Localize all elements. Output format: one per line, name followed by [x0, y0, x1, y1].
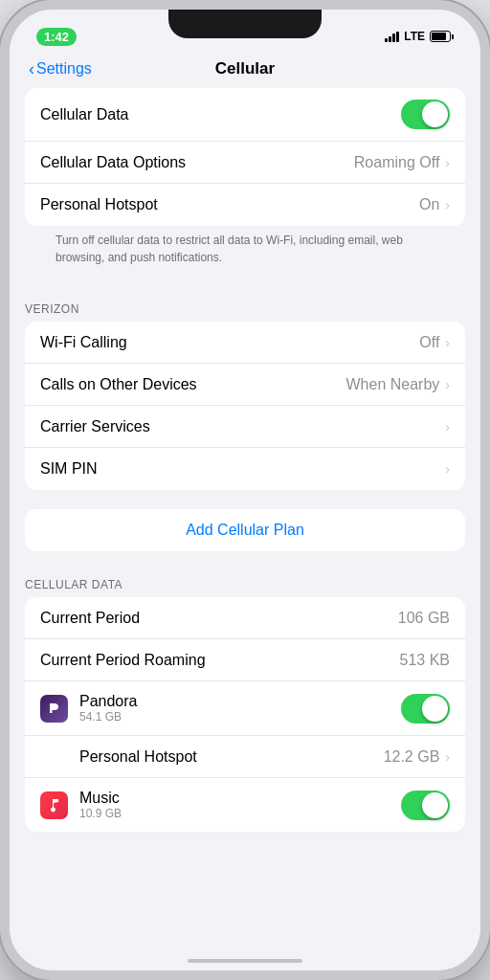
- cellular-data-toggle-knob: [422, 101, 448, 127]
- wifi-calling-label: Wi-Fi Calling: [40, 334, 127, 351]
- personal-hotspot-data-right: 12.2 GB ›: [384, 748, 450, 766]
- battery-fill: [432, 33, 446, 40]
- add-plan-section: Add Cellular Plan: [25, 509, 465, 551]
- notch: [168, 10, 322, 38]
- music-name: Music: [79, 790, 122, 807]
- calls-other-devices-row[interactable]: Calls on Other Devices When Nearby ›: [25, 364, 465, 406]
- battery-icon: [430, 31, 454, 42]
- music-toggle[interactable]: [401, 791, 450, 820]
- personal-hotspot-data-label: Personal Hotspot: [79, 748, 197, 766]
- pandora-size: 54.1 GB: [79, 710, 138, 724]
- pandora-row[interactable]: Pandora 54.1 GB: [25, 681, 465, 736]
- pandora-info: Pandora 54.1 GB: [79, 693, 138, 724]
- calls-other-devices-value: When Nearby: [346, 376, 440, 393]
- personal-hotspot-data-row[interactable]: Personal Hotspot 12.2 GB ›: [25, 736, 465, 778]
- verizon-card: Wi-Fi Calling Off › Calls on Other Devic…: [25, 322, 465, 490]
- calls-other-devices-label: Calls on Other Devices: [40, 376, 197, 393]
- wifi-calling-row[interactable]: Wi-Fi Calling Off ›: [25, 322, 465, 364]
- cellular-data-options-label: Cellular Data Options: [40, 154, 186, 171]
- verizon-section-label: VERIZON: [10, 295, 480, 322]
- cellular-data-options-chevron-icon: ›: [445, 155, 450, 170]
- battery-tip: [452, 34, 454, 39]
- status-right: LTE: [385, 30, 454, 43]
- home-indicator: [188, 959, 302, 963]
- cellular-description: Turn off cellular data to restrict all d…: [25, 226, 465, 276]
- personal-hotspot-value: On: [419, 196, 439, 213]
- personal-hotspot-right: On ›: [419, 196, 450, 213]
- add-plan-row[interactable]: Add Cellular Plan: [25, 509, 465, 551]
- current-period-row: Current Period 106 GB: [25, 597, 465, 639]
- cellular-data-row[interactable]: Cellular Data: [25, 88, 465, 142]
- current-period-roaming-value: 513 KB: [400, 652, 450, 669]
- carrier-services-row[interactable]: Carrier Services ›: [25, 406, 465, 448]
- add-plan-card: Add Cellular Plan: [25, 509, 465, 551]
- pandora-icon: [40, 695, 68, 723]
- music-size: 10.9 GB: [79, 807, 122, 820]
- personal-hotspot-data-value: 12.2 GB: [384, 748, 440, 766]
- back-chevron-icon: ‹: [29, 59, 34, 79]
- signal-bar-1: [385, 38, 388, 42]
- signal-bar-2: [389, 36, 391, 42]
- back-button[interactable]: ‹ Settings: [29, 59, 92, 79]
- current-period-roaming-row: Current Period Roaming 513 KB: [25, 639, 465, 681]
- content: Cellular Data Cellular Data Options Roam…: [10, 88, 480, 953]
- carrier-services-label: Carrier Services: [40, 418, 150, 435]
- music-info: Music 10.9 GB: [79, 790, 122, 820]
- cellular-data-card: Current Period 106 GB Current Period Roa…: [25, 597, 465, 832]
- status-time: 1:42: [36, 28, 77, 46]
- music-row-inner: Music 10.9 GB: [40, 790, 401, 820]
- pandora-toggle[interactable]: [401, 694, 450, 724]
- wifi-calling-right: Off ›: [419, 334, 450, 351]
- calls-other-devices-right: When Nearby ›: [346, 376, 451, 393]
- music-toggle-knob: [422, 792, 448, 818]
- cellular-top-section: Cellular Data Cellular Data Options Roam…: [25, 88, 465, 276]
- cellular-data-section-label: CELLULAR DATA: [10, 570, 480, 597]
- sim-pin-label: SIM PIN: [40, 460, 98, 478]
- pandora-toggle-knob: [422, 696, 448, 722]
- signal-bar-3: [392, 33, 395, 42]
- signal-bar-4: [396, 32, 399, 42]
- personal-hotspot-chevron-icon: ›: [445, 197, 450, 212]
- back-label: Settings: [36, 60, 92, 78]
- sim-pin-row[interactable]: SIM PIN ›: [25, 448, 465, 490]
- pandora-row-inner: Pandora 54.1 GB: [40, 693, 401, 724]
- battery-body: [430, 31, 451, 42]
- calls-other-devices-chevron-icon: ›: [445, 377, 450, 392]
- page-title: Cellular: [215, 59, 275, 78]
- cellular-data-options-value: Roaming Off: [354, 154, 440, 171]
- cellular-data-card-wrapper: Current Period 106 GB Current Period Roa…: [25, 597, 465, 832]
- carrier-services-chevron-icon: ›: [445, 419, 450, 434]
- lte-label: LTE: [404, 30, 425, 43]
- personal-hotspot-row[interactable]: Personal Hotspot On ›: [25, 184, 465, 226]
- current-period-roaming-label: Current Period Roaming: [40, 652, 206, 669]
- cellular-top-card: Cellular Data Cellular Data Options Roam…: [25, 88, 465, 226]
- carrier-services-right: ›: [445, 419, 450, 434]
- cellular-data-options-right: Roaming Off ›: [354, 154, 450, 171]
- wifi-calling-value: Off: [419, 334, 439, 351]
- cellular-data-toggle[interactable]: [401, 100, 450, 129]
- nav-bar: ‹ Settings Cellular: [10, 56, 480, 88]
- sim-pin-right: ›: [445, 461, 450, 477]
- music-icon: [40, 791, 68, 819]
- wifi-calling-chevron-icon: ›: [445, 335, 450, 350]
- phone-inner: 1:42 LTE ‹ Se: [10, 10, 480, 970]
- signal-bars: [385, 32, 399, 42]
- cellular-data-section: CELLULAR DATA Current Period 106 GB Curr…: [10, 570, 480, 832]
- cellular-data-label: Cellular Data: [40, 106, 128, 123]
- personal-hotspot-label: Personal Hotspot: [40, 196, 158, 213]
- personal-hotspot-data-chevron-icon: ›: [445, 749, 450, 765]
- pandora-name: Pandora: [79, 693, 138, 710]
- sim-pin-chevron-icon: ›: [445, 461, 450, 477]
- add-plan-label: Add Cellular Plan: [186, 522, 304, 539]
- phone-frame: 1:42 LTE ‹ Se: [0, 0, 490, 980]
- verizon-section: VERIZON Wi-Fi Calling Off ›: [10, 295, 480, 490]
- cellular-data-options-row[interactable]: Cellular Data Options Roaming Off ›: [25, 142, 465, 184]
- current-period-label: Current Period: [40, 610, 140, 627]
- music-row[interactable]: Music 10.9 GB: [25, 778, 465, 832]
- current-period-value: 106 GB: [398, 610, 450, 627]
- verizon-card-wrapper: Wi-Fi Calling Off › Calls on Other Devic…: [25, 322, 465, 490]
